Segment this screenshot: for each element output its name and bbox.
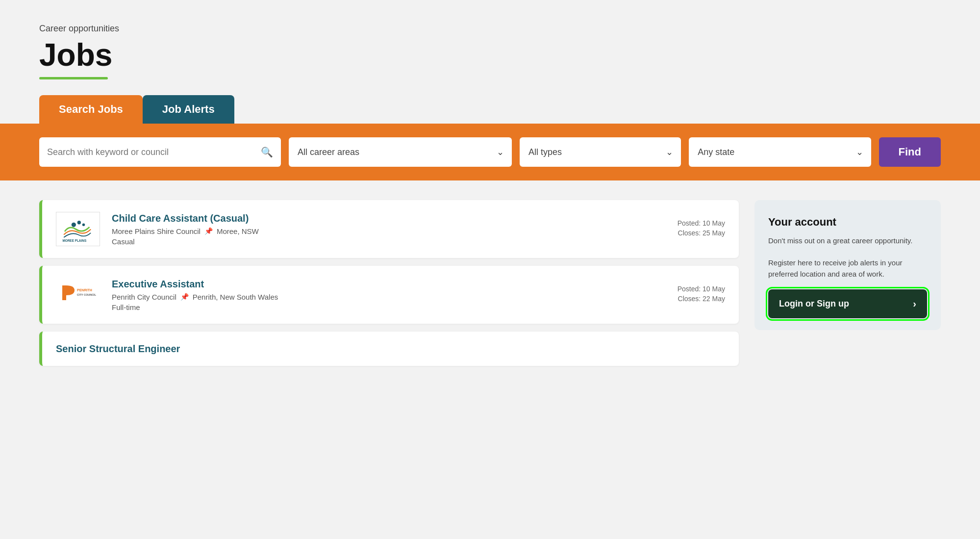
closes-date: Closes: 25 May: [678, 229, 725, 237]
login-button-label: Login or Sign up: [779, 299, 849, 309]
closes-date: Closes: 22 May: [678, 295, 725, 303]
job-title: Executive Assistant: [112, 279, 666, 290]
job-type: Casual: [112, 237, 666, 246]
state-wrapper: Any state NSW VIC QLD WA SA TAS ACT NT ⌄: [689, 137, 871, 167]
job-dates: Posted: 10 May Closes: 22 May: [678, 285, 725, 305]
account-card: Your account Don't miss out on a great c…: [754, 200, 941, 330]
sidebar: Your account Don't miss out on a great c…: [754, 200, 941, 330]
job-info: Child Care Assistant (Casual) Moree Plai…: [112, 213, 666, 246]
council-name: Penrith City Council: [112, 293, 176, 301]
chevron-right-icon: ›: [913, 298, 916, 309]
job-council-line: Moree Plains Shire Council 📌 Moree, NSW: [112, 227, 666, 235]
table-row[interactable]: Senior Structural Engineer: [39, 332, 739, 366]
job-council-line: Penrith City Council 📌 Penrith, New Sout…: [112, 293, 666, 301]
penrith-logo: PENRITH CITY COUNCIL: [58, 280, 98, 309]
search-input-wrapper: 🔍: [39, 137, 281, 167]
career-areas-select[interactable]: All career areas Engineering Administrat…: [298, 147, 503, 157]
tab-search-jobs[interactable]: Search Jobs: [39, 95, 143, 124]
state-select[interactable]: Any state NSW VIC QLD WA SA TAS ACT NT: [698, 147, 862, 157]
job-title: Senior Structural Engineer: [56, 343, 725, 355]
job-location: Moree, NSW: [217, 227, 259, 235]
search-bar-section: 🔍 All career areas Engineering Administr…: [0, 124, 980, 180]
svg-text:MOREE PLAINS: MOREE PLAINS: [62, 239, 86, 242]
posted-date: Posted: 10 May: [678, 285, 725, 293]
career-areas-wrapper: All career areas Engineering Administrat…: [289, 137, 512, 167]
pin-icon: 📌: [180, 293, 189, 301]
account-title: Your account: [768, 216, 927, 229]
tab-job-alerts[interactable]: Job Alerts: [143, 95, 234, 124]
council-name: Moree Plains Shire Council: [112, 227, 201, 235]
svg-text:CITY COUNCIL: CITY COUNCIL: [77, 293, 97, 296]
svg-point-0: [71, 223, 75, 227]
account-desc-2: Register here to receive job alerts in y…: [768, 257, 927, 280]
job-type: Full-time: [112, 303, 666, 311]
title-underline: [39, 77, 108, 79]
moree-plains-logo-icon: MOREE PLAINS: [60, 216, 97, 243]
job-title: Child Care Assistant (Casual): [112, 213, 666, 224]
svg-rect-5: [62, 285, 66, 300]
find-button[interactable]: Find: [879, 137, 941, 167]
types-select[interactable]: All types Full-time Part-time Casual Con…: [528, 147, 672, 157]
job-location: Penrith, New South Wales: [193, 293, 278, 301]
table-row[interactable]: PENRITH CITY COUNCIL Executive Assistant…: [39, 266, 739, 324]
svg-text:PENRITH: PENRITH: [77, 288, 92, 292]
search-input[interactable]: [47, 147, 256, 157]
svg-point-1: [77, 221, 80, 224]
svg-point-2: [82, 223, 85, 226]
posted-date: Posted: 10 May: [678, 219, 725, 227]
header-section: Career opportunities Jobs: [0, 0, 980, 79]
search-icon: 🔍: [261, 146, 273, 158]
account-desc-1: Don't miss out on a great career opportu…: [768, 235, 927, 247]
page-wrapper: Career opportunities Jobs Search Jobs Jo…: [0, 0, 980, 385]
table-row[interactable]: MOREE PLAINS Child Care Assistant (Casua…: [39, 200, 739, 258]
tabs-row: Search Jobs Job Alerts: [0, 95, 980, 124]
login-signup-button[interactable]: Login or Sign up ›: [768, 289, 927, 318]
job-logo: PENRITH CITY COUNCIL: [56, 278, 100, 312]
pin-icon: 📌: [204, 227, 213, 235]
jobs-list: MOREE PLAINS Child Care Assistant (Casua…: [39, 200, 739, 366]
main-content: MOREE PLAINS Child Care Assistant (Casua…: [0, 180, 980, 385]
job-logo: MOREE PLAINS: [56, 212, 100, 246]
penrith-logo-text: PENRITH CITY COUNCIL: [60, 281, 97, 309]
account-desc: Don't miss out on a great career opportu…: [768, 235, 927, 280]
career-label: Career opportunities: [39, 24, 941, 34]
page-title: Jobs: [39, 38, 941, 72]
job-dates: Posted: 10 May Closes: 25 May: [678, 219, 725, 239]
job-info: Executive Assistant Penrith City Council…: [112, 279, 666, 311]
types-wrapper: All types Full-time Part-time Casual Con…: [520, 137, 681, 167]
